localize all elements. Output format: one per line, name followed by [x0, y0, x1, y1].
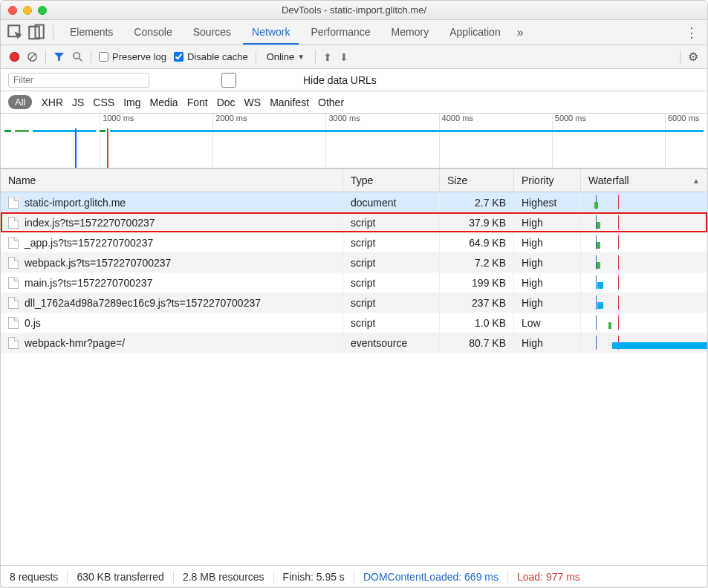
preserve-log-label: Preserve log — [112, 51, 166, 62]
type-filter-other[interactable]: Other — [318, 97, 344, 108]
type-filter-css[interactable]: CSS — [93, 97, 114, 108]
tab-performance[interactable]: Performance — [302, 20, 379, 45]
file-icon — [8, 317, 19, 329]
tab-sources[interactable]: Sources — [184, 20, 240, 45]
request-name: static-import.glitch.me — [25, 197, 126, 209]
type-filter-manifest[interactable]: Manifest — [270, 97, 309, 108]
timeline-tick: 6000 ms — [668, 114, 699, 122]
timeline-tick: 2000 ms — [215, 114, 247, 122]
type-filter-all[interactable]: All — [8, 95, 32, 109]
import-har-icon[interactable]: ⬆ — [323, 51, 332, 63]
col-priority[interactable]: Priority — [514, 169, 581, 192]
cell-waterfall — [581, 232, 707, 252]
cell-type: script — [343, 232, 440, 252]
type-filter-ws[interactable]: WS — [244, 97, 262, 108]
preserve-log-toggle[interactable]: Preserve log — [99, 51, 166, 62]
table-row[interactable]: _app.js?ts=1572270700237script64.9 KBHig… — [1, 232, 707, 252]
tab-elements[interactable]: Elements — [61, 20, 122, 45]
cell-size: 80.7 KB — [440, 333, 514, 353]
window-title: DevTools - static-import.glitch.me/ — [1, 4, 707, 16]
col-name[interactable]: Name — [1, 169, 343, 192]
clear-icon[interactable] — [27, 51, 38, 62]
disable-cache-label: Disable cache — [187, 51, 248, 62]
file-icon — [8, 197, 19, 209]
hide-data-urls-checkbox[interactable] — [158, 73, 299, 88]
status-transferred: 630 KB transferred — [68, 571, 174, 583]
filter-input[interactable] — [8, 73, 149, 88]
svg-rect-1 — [29, 26, 39, 39]
chevron-down-icon: ▼ — [297, 53, 305, 61]
filter-icon[interactable] — [53, 51, 65, 62]
cell-size: 237 KB — [440, 293, 514, 313]
sort-asc-icon: ▲ — [692, 177, 700, 185]
cell-waterfall — [581, 272, 707, 293]
type-filter-font[interactable]: Font — [187, 97, 208, 108]
table-row[interactable]: dll_1762a4d98a7289ec16c9.js?ts=157227070… — [1, 293, 707, 313]
type-filter-media[interactable]: Media — [150, 97, 178, 108]
settings-menu-icon[interactable]: ⋮ — [682, 24, 701, 41]
timeline-tick: 5000 ms — [555, 114, 586, 122]
table-body: static-import.glitch.medocument2.7 KBHig… — [1, 192, 707, 565]
timeline-tick: 1000 ms — [103, 114, 134, 122]
search-icon[interactable] — [72, 51, 83, 62]
export-har-icon[interactable]: ⬇ — [340, 51, 348, 63]
request-name: index.js?ts=1572270700237 — [25, 217, 155, 229]
status-bar: 8 requests 630 KB transferred 2.8 MB res… — [1, 565, 707, 587]
file-icon — [8, 277, 19, 289]
device-toolbar-icon[interactable] — [27, 24, 45, 42]
col-waterfall[interactable]: Waterfall▲ — [581, 169, 707, 192]
more-tabs-icon[interactable]: » — [513, 26, 528, 39]
cell-type: document — [343, 192, 440, 212]
cell-waterfall — [581, 333, 707, 353]
cell-name: _app.js?ts=1572270700237 — [1, 232, 343, 252]
cell-priority: Low — [514, 313, 581, 333]
col-size[interactable]: Size — [440, 169, 514, 192]
status-load: Load: 977 ms — [508, 571, 589, 583]
preserve-log-checkbox[interactable] — [99, 52, 108, 62]
tab-memory[interactable]: Memory — [383, 20, 438, 45]
inspect-element-icon[interactable] — [7, 24, 25, 42]
tab-application[interactable]: Application — [441, 20, 510, 45]
request-name: _app.js?ts=1572270700237 — [25, 237, 153, 249]
throttle-select[interactable]: Online ▼ — [264, 50, 308, 64]
tab-console[interactable]: Console — [125, 20, 181, 45]
svg-line-4 — [30, 54, 36, 60]
request-name: dll_1762a4d98a7289ec16c9.js?ts=157227070… — [25, 297, 261, 309]
table-row[interactable]: webpack.js?ts=1572270700237script7.2 KBH… — [1, 252, 707, 272]
file-icon — [8, 297, 19, 309]
cell-waterfall — [581, 293, 707, 313]
status-resources: 2.8 MB resources — [174, 571, 274, 583]
cell-priority: High — [514, 333, 581, 353]
table-row[interactable]: 0.jsscript1.0 KBLow — [1, 313, 707, 333]
table-row[interactable]: index.js?ts=1572270700237script37.9 KBHi… — [1, 212, 707, 232]
type-filter-doc[interactable]: Doc — [217, 97, 236, 108]
cell-waterfall — [581, 313, 707, 333]
disable-cache-checkbox[interactable] — [174, 52, 184, 62]
timeline-overview[interactable]: 1000 ms 2000 ms 3000 ms 4000 ms 5000 ms … — [1, 114, 707, 169]
record-icon[interactable] — [10, 52, 19, 62]
cell-name: webpack.js?ts=1572270700237 — [1, 252, 343, 272]
resource-type-filters: All XHR JS CSS Img Media Font Doc WS Man… — [1, 91, 707, 114]
devtools-window: DevTools - static-import.glitch.me/ Elem… — [0, 0, 708, 588]
cell-name: static-import.glitch.me — [1, 192, 343, 212]
table-row[interactable]: webpack-hmr?page=/eventsource80.7 KBHigh — [1, 333, 707, 353]
svg-point-5 — [74, 53, 79, 59]
type-filter-js[interactable]: JS — [72, 97, 84, 108]
col-type[interactable]: Type — [343, 169, 440, 192]
cell-name: dll_1762a4d98a7289ec16c9.js?ts=157227070… — [1, 293, 343, 313]
file-icon — [8, 217, 19, 229]
table-header: Name Type Size Priority Waterfall▲ — [1, 169, 707, 192]
hide-data-urls-toggle[interactable]: Hide data URLs — [158, 73, 377, 88]
cell-priority: High — [514, 272, 581, 293]
tab-network[interactable]: Network — [243, 20, 299, 45]
requests-table: Name Type Size Priority Waterfall▲ stati… — [1, 169, 707, 565]
table-row[interactable]: static-import.glitch.medocument2.7 KBHig… — [1, 192, 707, 212]
type-filter-xhr[interactable]: XHR — [41, 97, 63, 108]
disable-cache-toggle[interactable]: Disable cache — [174, 51, 248, 62]
table-row[interactable]: main.js?ts=1572270700237script199 KBHigh — [1, 272, 707, 293]
network-settings-icon[interactable]: ⚙ — [688, 50, 698, 64]
cell-priority: High — [514, 232, 581, 252]
file-icon — [8, 337, 19, 349]
hide-data-urls-label: Hide data URLs — [303, 74, 377, 86]
type-filter-img[interactable]: Img — [123, 97, 140, 108]
